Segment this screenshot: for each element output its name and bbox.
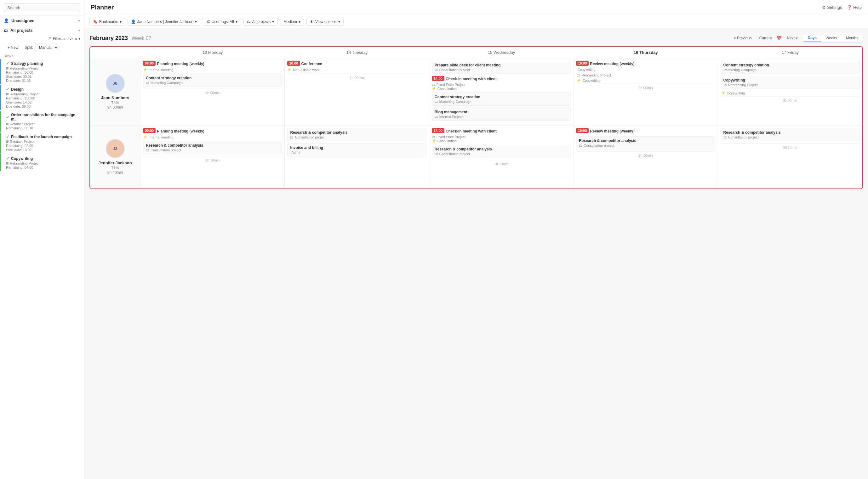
previous-button[interactable]: < Previous <box>731 35 754 41</box>
task-title: Review meeting (weekly) <box>590 62 634 66</box>
task-sub: 🗂Fixed Price Project <box>432 135 571 139</box>
view-options-button[interactable]: 👁 View options ▾ <box>306 18 344 26</box>
gear-icon: ⚙ <box>822 5 826 10</box>
task-sub: 🗂Internal Project <box>435 115 568 118</box>
task-cell-1-0: 09:00 Planning meeting (weekly) ⚡Interna… <box>141 126 285 189</box>
search-section <box>0 0 84 16</box>
settings-button[interactable]: ⚙ Settings <box>822 5 842 10</box>
task-title: Content strategy creation <box>146 76 279 80</box>
tab-days[interactable]: Days <box>803 34 821 42</box>
task-cell-0-2: Prepare slide deck for client meeting 🗂C… <box>429 58 574 126</box>
projects-icon: 🗂 <box>247 20 251 24</box>
check-icon: ✓ <box>6 87 9 92</box>
day-header-4: 17 Friday <box>718 47 862 58</box>
cal-task: Copywriting 🗂Rebranding Project <box>721 76 860 89</box>
task-project: Retainer Project <box>6 122 80 126</box>
split-select[interactable]: Manual <box>36 44 59 51</box>
task-sub2-icon: ⚡ <box>432 87 436 91</box>
current-button[interactable]: Current <box>756 35 774 41</box>
task-cell-0-3: 10:00 Review meeting (weekly) Copywritin… <box>574 58 718 126</box>
task-list: ✓ Strategy planning Rebranding Project R… <box>0 59 84 172</box>
check-icon: ✓ <box>6 61 9 66</box>
cal-task: Research & competitor analysis 🗂Consulta… <box>721 128 860 141</box>
project-color-dot <box>6 123 8 125</box>
new-button[interactable]: + New <box>4 44 22 51</box>
task-sub: Marketing Campaign <box>723 68 857 72</box>
calendar-corner <box>90 47 141 58</box>
cal-task: 09:00 Planning meeting (weekly) ⚡Interna… <box>143 128 282 139</box>
task-sub: 🗂Consultation project <box>723 135 857 139</box>
task-cell-1-2: 14:00 Check-in meeting with client 🗂Fixe… <box>429 126 574 189</box>
task-sub-icon: 🗂 <box>577 73 580 77</box>
time-summary: 3h 00min <box>721 96 860 104</box>
tasks-section-label: Tasks <box>0 52 84 59</box>
unassigned-chevron[interactable]: ▾ <box>78 18 80 23</box>
view-options-chevron: ▾ <box>338 20 340 24</box>
search-input[interactable] <box>4 3 80 12</box>
task-sub: ⚡Non-billable work <box>287 68 426 72</box>
cal-task: Prepare slide deck for client meeting 🗂C… <box>432 61 571 74</box>
bookmarks-button[interactable]: 🔖 Bookmarks ▾ <box>89 18 125 26</box>
folder-icon: 🗂 <box>4 28 8 33</box>
task-item: ✓ Copywriting Rebranding Project Remaini… <box>0 154 84 171</box>
task-project: Retainer Project <box>6 140 80 143</box>
task-sub-icon: 🗂 <box>146 148 149 152</box>
tab-weeks[interactable]: Weeks <box>821 34 841 42</box>
cal-task: Research & competitor analysis 🗂Consulta… <box>143 141 282 154</box>
task-sub-icon: ⚡ <box>143 68 147 72</box>
nav-row: February 2023 Week 07 < Previous Current… <box>89 34 863 42</box>
task-due: Due date: 01.03 <box>6 79 80 82</box>
task-sub-icon: 🗂 <box>435 152 438 156</box>
task-name: ✓ Design <box>6 87 80 92</box>
task-title: Content strategy creation <box>723 63 857 67</box>
user-icon: 👤 <box>131 20 136 24</box>
task-sub-icon: 🗂 <box>290 135 293 139</box>
task-cell-1-4: Research & competitor analysis 🗂Consulta… <box>718 126 862 189</box>
medium-button[interactable]: Medium ▾ <box>280 18 304 26</box>
next-button[interactable]: Next > <box>784 35 800 41</box>
tab-months[interactable]: Months <box>841 34 863 42</box>
task-remaining: Remaining: 150:00 <box>6 96 80 100</box>
calendar-grid: 13 Monday14 Tuesday15 Wednesday16 Thursd… <box>90 47 862 189</box>
filter-chevron: ▾ <box>79 36 80 41</box>
cal-task: Research & competitor analysis 🗂Consulta… <box>576 136 715 149</box>
user-chevron: ▾ <box>195 20 197 24</box>
project-color-dot <box>6 162 8 165</box>
cal-task: Research & competitor analysis 🗂Consulta… <box>432 145 571 158</box>
eye-icon: 👁 <box>310 20 314 24</box>
project-color-dot <box>6 140 8 143</box>
all-projects-label: All projects <box>10 28 75 33</box>
task-sub-icon: ⚡ <box>721 91 726 95</box>
task-sub: ⚡Internal meeting <box>143 68 282 72</box>
task-sub-icon: 🗂 <box>146 81 149 85</box>
help-button[interactable]: ❓ Help <box>847 5 862 10</box>
cal-task: Invoice and billing Admin <box>287 143 426 157</box>
all-projects-button[interactable]: 🗂 All projects ▾ <box>244 18 278 26</box>
projects-chevron[interactable]: ▾ <box>78 28 80 33</box>
user-tags-button[interactable]: 🏷 User tags: All ▾ <box>203 18 241 26</box>
task-sub-only: 🗂Rebranding Project <box>576 73 715 78</box>
task-sub-only: ⚡Copywriting <box>721 91 860 96</box>
task-project: Rebranding Project <box>6 66 80 70</box>
task-sub: 🗂Consultation project <box>579 143 712 147</box>
task-remaining: Remaining: 02:00 <box>6 144 80 147</box>
projects-chevron: ▾ <box>272 20 274 24</box>
avatar-1: JJ <box>106 139 125 158</box>
calendar-container: 13 Monday14 Tuesday15 Wednesday16 Thursd… <box>89 46 863 189</box>
user-filter-button[interactable]: 👤 Jane Numbers | Jennifer Jackson ▾ <box>128 18 200 26</box>
cal-task: Content strategy creation Marketing Camp… <box>721 61 860 74</box>
sidebar: 👤 Unassigned ▾ 🗂 All projects ▾ ⊟ Filter… <box>0 0 84 479</box>
nav-controls: < Previous Current 📅 Next > Days Weeks M… <box>731 34 863 42</box>
task-title: Planning meeting (weekly) <box>157 129 205 133</box>
bookmark-icon: 🔖 <box>93 20 98 24</box>
person-time-0: 9h 00min <box>107 105 123 109</box>
nav-title: February 2023 Week 07 <box>89 35 152 41</box>
cal-task: 14:00 Check-in meeting with client 🗂Fixe… <box>432 76 571 91</box>
task-sub: 🗂Marketing Campaign <box>146 81 279 85</box>
task-title: Blog management <box>435 110 568 114</box>
person-time-1: 8h 40min <box>107 170 123 175</box>
filter-view-button[interactable]: ⊟ Filter and view ▾ <box>49 36 80 41</box>
avatar-0: JN <box>106 74 125 93</box>
day-header-0: 13 Monday <box>141 47 285 58</box>
person-pct-0: 78% <box>111 101 119 105</box>
